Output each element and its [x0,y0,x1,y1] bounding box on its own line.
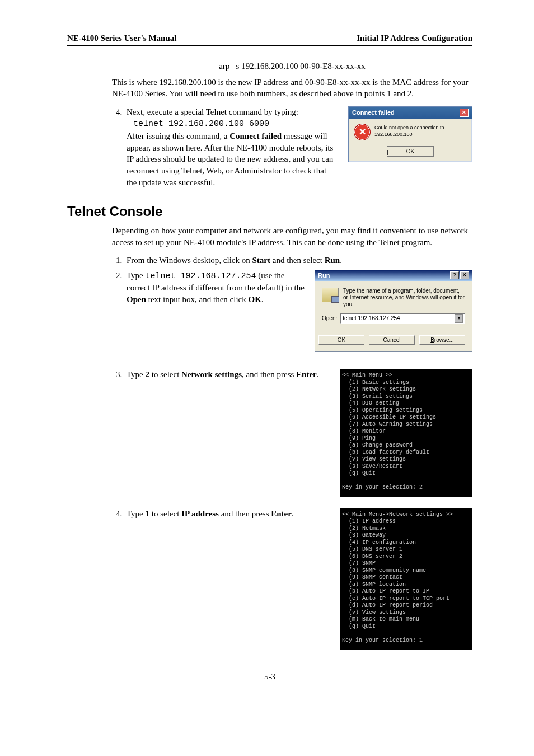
page-header: NE-4100 Series User's Manual Initial IP … [67,34,472,46]
open-value: telnet 192.168.127.254 [343,314,400,322]
page-number: 5-3 [67,672,472,682]
header-right: Initial IP Address Configuration [357,34,472,43]
dialog-title-text: Connect failed [352,109,395,117]
step4-cmd: telnet 192.168.200.100 6000 [133,119,269,129]
ok-button[interactable]: OK [387,147,433,157]
tc-step-3: Type 2 to select Network settings, and t… [124,369,472,497]
dialog-titlebar: Connect failed ✕ [349,107,472,119]
close-icon[interactable]: ✕ [460,109,469,117]
run-title-text: Run [318,271,330,280]
tc-step-2: Type telnet 192.168.127.254 (use the cor… [124,270,472,353]
cancel-button[interactable]: Cancel [369,335,415,345]
arp-explanation: This is where 192.168.200.100 is the new… [112,77,472,100]
connect-failed-dialog: Connect failed ✕ ✕ Could not open a conn… [348,106,472,163]
chevron-down-icon[interactable]: ▾ [455,314,463,323]
step-4: Next, execute a special Telnet command b… [124,106,472,189]
tc-step-4: Type 1 to select IP address and then pre… [124,508,472,650]
step4-tail-a: After issuing this command, a [127,132,229,140]
browse-button[interactable]: Browse... [419,335,465,345]
run-dialog: Run ? ✕ Type the name of a program, fold… [315,270,472,353]
header-left: NE-4100 Series User's Manual [67,34,176,43]
run-program-icon [322,288,339,302]
open-input[interactable]: telnet 192.168.127.254 ▾ [340,313,465,324]
run-description: Type the name of a program, folder, docu… [343,288,465,308]
run-titlebar: Run ? ✕ [315,270,472,281]
step4-tail-b: Connect failed [229,132,282,140]
error-icon: ✕ [354,124,370,140]
arp-command: arp –s 192.168.200.100 00-90-E8-xx-xx-xx [112,62,472,71]
help-icon[interactable]: ? [450,271,459,279]
dialog-message: Could not open a connection to 192.168.2… [374,124,466,138]
close-icon[interactable]: ✕ [460,271,469,279]
network-settings-terminal: << Main Menu->Network settings >> (1) IP… [340,508,472,650]
tc-step-1: From the Windows desktop, click on Start… [124,255,472,266]
open-label: Open: [322,314,337,322]
telnet-console-heading: Telnet Console [67,204,472,219]
ok-button[interactable]: OK [318,335,364,345]
main-menu-terminal: << Main Menu >> (1) Basic settings (2) N… [340,369,472,497]
telnet-intro: Depending on how your computer and netwo… [112,225,472,248]
step4-lead: Next, execute a special Telnet command b… [127,107,298,116]
